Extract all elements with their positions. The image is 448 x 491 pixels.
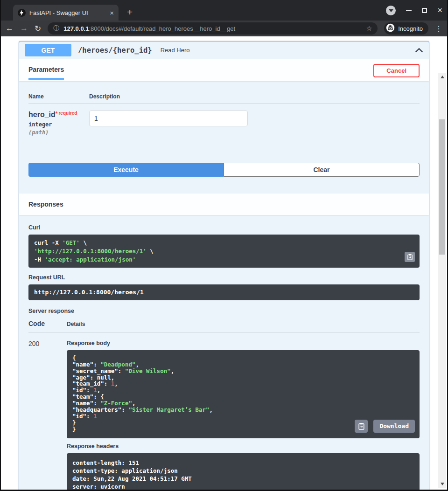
- column-name-header: Name: [28, 93, 89, 100]
- required-star: *: [56, 111, 58, 117]
- method-badge: GET: [25, 44, 71, 56]
- scrollbar-up-icon[interactable]: [438, 74, 446, 80]
- parameters-tab[interactable]: Parameters: [28, 66, 64, 80]
- scrollbar-thumb[interactable]: [439, 119, 445, 255]
- tab-title: FastAPI - Swagger UI: [29, 9, 106, 16]
- incognito-label: Incognito: [398, 25, 423, 32]
- column-description-header: Description: [89, 93, 420, 100]
- responses-title: Responses: [28, 201, 63, 213]
- tab-close-icon[interactable]: ×: [110, 9, 114, 17]
- required-label: required: [58, 111, 77, 116]
- response-body-label: Response body: [67, 340, 420, 346]
- browser-window: FastAPI - Swagger UI × + × ← → ↻ ⓘ 127.0…: [0, 0, 448, 491]
- hero-id-input[interactable]: [89, 111, 248, 126]
- param-name: hero_id: [28, 111, 56, 118]
- curl-command: curl -X 'GET' \ 'http://127.0.0.1:8000/h…: [28, 235, 420, 268]
- incognito-badge: Incognito: [384, 22, 428, 35]
- fastapi-favicon-icon: [18, 9, 26, 17]
- param-type: integer: [28, 121, 89, 128]
- cancel-button[interactable]: Cancel: [373, 64, 420, 77]
- back-icon[interactable]: ←: [6, 24, 14, 33]
- status-code: 200: [28, 340, 67, 490]
- forward-icon[interactable]: →: [20, 24, 28, 33]
- opblock-get-heroes: GET /heroes/{hero_id} Read Hero Paramete…: [19, 41, 429, 490]
- collapse-chevron-icon[interactable]: [415, 48, 423, 53]
- page-scrollbar[interactable]: [438, 73, 446, 488]
- browser-toolbar: ← → ↻ ⓘ 127.0.0.1:8000/docs#/default/rea…: [1, 21, 447, 36]
- maximize-button[interactable]: [422, 8, 427, 13]
- details-column-header: Details: [67, 321, 420, 327]
- request-url-value: http://127.0.0.1:8000/heroes/1: [28, 284, 420, 300]
- page-content: GET /heroes/{hero_id} Read Hero Paramete…: [1, 36, 447, 490]
- browser-menu-icon[interactable]: ⋮: [435, 24, 442, 33]
- response-body: { "name": "Deadpond", "secret_name": "Di…: [67, 350, 420, 438]
- new-tab-button[interactable]: +: [127, 7, 133, 21]
- minimize-button[interactable]: [406, 10, 412, 11]
- parameters-table: Name Description hero_id*required intege…: [19, 81, 429, 186]
- copy-response-button[interactable]: [355, 420, 368, 433]
- copy-curl-button[interactable]: [405, 252, 415, 262]
- responses-header: Responses: [19, 194, 429, 215]
- endpoint-path: /heroes/{hero_id}: [78, 46, 152, 55]
- response-headers-label: Response headers: [67, 443, 420, 450]
- request-url-label: Request URL: [28, 274, 420, 281]
- window-close-button[interactable]: ×: [437, 6, 442, 14]
- url-text: 127.0.0.1:8000/docs#/default/read_hero_h…: [63, 25, 362, 32]
- opblock-header[interactable]: GET /heroes/{hero_id} Read Hero: [19, 41, 429, 59]
- server-response-table: Code Details 200 Response body { "name":…: [28, 320, 420, 490]
- param-location: (path): [28, 129, 89, 136]
- tab-strip: FastAPI - Swagger UI × + ×: [1, 0, 447, 21]
- response-headers: content-length: 151content-type: applica…: [67, 453, 420, 490]
- server-response-label: Server response: [28, 308, 420, 314]
- responses-area: Curl curl -X 'GET' \ 'http://127.0.0.1:8…: [19, 215, 429, 490]
- reload-icon[interactable]: ↻: [35, 24, 41, 34]
- incognito-icon: [386, 23, 395, 34]
- browser-tab[interactable]: FastAPI - Swagger UI ×: [13, 5, 119, 21]
- site-info-icon[interactable]: ⓘ: [53, 24, 59, 33]
- clear-button[interactable]: Clear: [224, 163, 420, 177]
- tab-search-icon[interactable]: [386, 6, 396, 15]
- url-path: :8000/docs#/default/read_hero_heroes__he…: [89, 25, 235, 32]
- parameter-row: hero_id*required integer (path): [28, 104, 420, 136]
- curl-label: Curl: [28, 224, 420, 231]
- url-host: 127.0.0.1: [63, 25, 89, 32]
- download-button[interactable]: Download: [373, 420, 415, 433]
- parameters-header: Parameters Cancel: [19, 59, 429, 81]
- bookmark-star-icon[interactable]: ☆: [366, 25, 372, 32]
- code-column-header: Code: [28, 320, 67, 327]
- execute-button[interactable]: Execute: [28, 163, 224, 177]
- scrollbar-down-icon[interactable]: [438, 481, 446, 487]
- url-bar[interactable]: ⓘ 127.0.0.1:8000/docs#/default/read_hero…: [48, 22, 378, 35]
- endpoint-summary: Read Hero: [161, 47, 190, 54]
